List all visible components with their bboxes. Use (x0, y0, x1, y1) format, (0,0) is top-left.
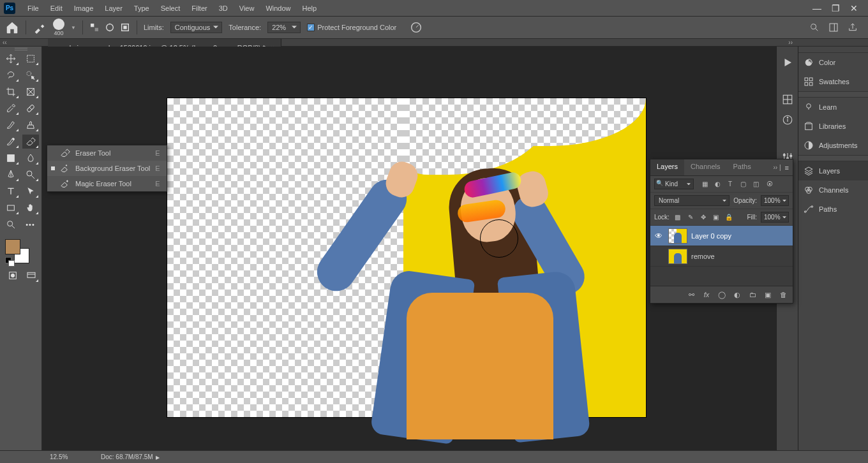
edit-toolbar-icon[interactable]: ••• (22, 217, 39, 231)
layer-item[interactable]: remove (650, 246, 793, 267)
play-icon[interactable] (782, 57, 793, 68)
layer-fx-icon[interactable]: fx (702, 290, 711, 299)
path-select-tool[interactable] (22, 184, 39, 198)
marquee-tool[interactable] (22, 52, 39, 66)
flyout-background-eraser-tool[interactable]: Background Eraser Tool E (47, 161, 167, 176)
history-brush-tool[interactable] (3, 135, 19, 149)
opacity-input[interactable]: 100% (761, 195, 789, 206)
limits-dropdown[interactable]: Contiguous (170, 22, 223, 33)
menu-file[interactable]: File (22, 2, 45, 15)
panel-paths[interactable]: Paths (798, 200, 868, 219)
filter-toggle-icon[interactable]: ⦿ (765, 180, 774, 189)
menu-help[interactable]: Help (297, 2, 323, 15)
panel-channels[interactable]: Channels (798, 180, 868, 200)
menu-window[interactable]: Window (260, 2, 296, 15)
zoom-level[interactable]: 12.5% (50, 453, 88, 460)
fill-input[interactable]: 100% (761, 212, 789, 223)
panel-swatches[interactable]: Swatches (798, 72, 868, 91)
layer-thumbnail[interactable] (668, 228, 687, 244)
share-icon[interactable] (848, 22, 858, 33)
search-icon[interactable] (809, 22, 819, 33)
color-swatches[interactable] (3, 238, 29, 265)
foreground-color-swatch[interactable] (5, 239, 20, 254)
gradient-tool[interactable] (3, 151, 19, 165)
rectangle-tool[interactable] (3, 201, 19, 215)
blur-tool[interactable] (22, 151, 39, 165)
panel-learn[interactable]: Learn (798, 98, 868, 117)
sampling-mode-buttons[interactable] (89, 22, 130, 33)
doc-info[interactable]: Doc: 68.7M/87.5M▶ (101, 453, 160, 460)
brush-preset-picker[interactable]: 400 (53, 18, 64, 36)
crop-tool[interactable] (3, 85, 19, 99)
delete-layer-icon[interactable]: 🗑 (779, 290, 788, 299)
layer-filter-kind-dropdown[interactable]: Kind (654, 179, 694, 189)
layer-item[interactable]: 👁 Layer 0 copy (650, 226, 793, 246)
pressure-icon[interactable] (409, 20, 423, 34)
collapse-panel-icon[interactable]: ›› | (774, 164, 781, 171)
flyout-eraser-tool[interactable]: Eraser Tool E (47, 145, 167, 161)
window-restore-icon[interactable]: ❐ (832, 3, 840, 13)
panel-adjustments[interactable]: Adjustments (798, 136, 868, 155)
workspace-icon[interactable] (828, 22, 839, 33)
filter-adjust-icon[interactable]: ◐ (713, 180, 722, 189)
lasso-tool[interactable] (3, 68, 19, 82)
clone-stamp-tool[interactable] (22, 118, 39, 132)
brush-tool[interactable] (3, 118, 19, 132)
lock-paint-icon[interactable]: ✎ (686, 213, 695, 222)
layer-mask-icon[interactable]: ◯ (717, 290, 726, 299)
filter-shape-icon[interactable]: ▢ (738, 180, 747, 189)
protect-fg-checkbox[interactable]: ✓ Protect Foreground Color (307, 24, 396, 31)
zoom-tool[interactable] (3, 217, 19, 231)
hand-tool[interactable] (22, 201, 39, 215)
menu-view[interactable]: View (234, 2, 260, 15)
panel-layers[interactable]: Layers (798, 161, 868, 180)
screen-mode-icon[interactable] (24, 268, 40, 283)
info-icon[interactable] (782, 114, 793, 126)
layer-thumbnail[interactable] (668, 249, 687, 264)
filter-smart-icon[interactable]: ◫ (751, 180, 760, 189)
dodge-tool[interactable] (22, 168, 39, 182)
visibility-eye-icon[interactable]: 👁 (653, 231, 664, 240)
grid-icon[interactable] (782, 94, 793, 105)
quick-mask-icon[interactable] (5, 268, 20, 283)
link-layers-icon[interactable]: ⚯ (687, 290, 696, 299)
panel-color[interactable]: Color (798, 53, 868, 72)
move-tool[interactable] (3, 52, 19, 66)
healing-tool[interactable] (22, 101, 39, 115)
quick-select-tool[interactable] (22, 68, 39, 82)
window-close-icon[interactable]: ✕ (850, 3, 858, 13)
filter-pixel-icon[interactable]: ▦ (700, 180, 709, 189)
panel-menu-icon[interactable]: ≡ (785, 164, 789, 172)
menu-type[interactable]: Type (128, 2, 155, 15)
menu-3d[interactable]: 3D (213, 2, 234, 15)
pen-tool[interactable] (3, 168, 19, 182)
frame-tool[interactable] (22, 85, 39, 99)
type-tool[interactable] (3, 184, 19, 198)
menu-filter[interactable]: Filter (186, 2, 213, 15)
lock-transparency-icon[interactable]: ▩ (673, 213, 682, 222)
paths-tab[interactable]: Paths (727, 159, 758, 175)
menu-layer[interactable]: Layer (99, 2, 128, 15)
adjustment-layer-icon[interactable]: ◐ (733, 290, 742, 299)
flyout-magic-eraser-tool[interactable]: Magic Eraser Tool E (47, 176, 167, 191)
eraser-tool[interactable] (22, 135, 39, 149)
tolerance-input[interactable]: 22% (267, 22, 301, 33)
lock-all-icon[interactable]: 🔒 (724, 213, 733, 222)
lock-artboard-icon[interactable]: ▣ (712, 213, 721, 222)
lock-position-icon[interactable]: ✥ (699, 213, 708, 222)
menu-select[interactable]: Select (155, 2, 186, 15)
eyedropper-tool[interactable] (3, 101, 19, 115)
menu-image[interactable]: Image (68, 2, 100, 15)
layers-tab[interactable]: Layers (650, 159, 684, 175)
document-canvas[interactable] (167, 98, 646, 417)
filter-type-icon[interactable]: T (726, 180, 735, 189)
channels-tab[interactable]: Channels (684, 159, 726, 175)
panel-libraries[interactable]: Libraries (798, 117, 868, 136)
menu-edit[interactable]: Edit (45, 2, 68, 15)
new-layer-icon[interactable]: ▣ (763, 290, 772, 299)
window-minimize-icon[interactable]: — (812, 3, 821, 13)
home-icon[interactable] (5, 20, 19, 34)
blend-mode-dropdown[interactable]: Normal (654, 195, 730, 206)
tool-preset-icon[interactable] (33, 20, 47, 34)
layer-group-icon[interactable]: 🗀 (748, 290, 757, 299)
